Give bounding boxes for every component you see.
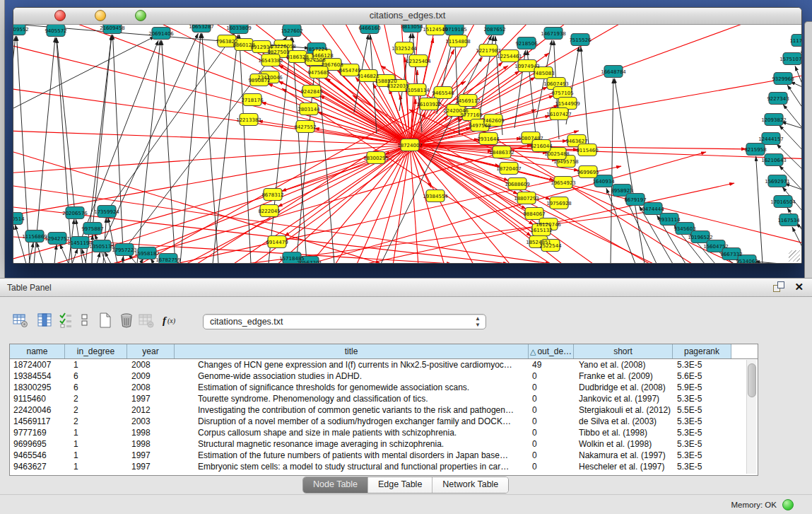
graph-node-label: 9463627 <box>565 139 587 144</box>
table-cell: 0 <box>529 416 574 427</box>
new-column-icon[interactable] <box>98 313 113 328</box>
column-header-outde[interactable]: △out_de… <box>529 344 574 358</box>
table-cell: 1997 <box>127 450 175 461</box>
table-cell: Hescheler et al. (1997) <box>574 461 673 472</box>
graph-node-label: 13505135 <box>89 244 114 250</box>
graph-node-label: 2967608 <box>321 62 343 68</box>
graph-node-label: 1167534 <box>777 218 800 223</box>
row-height-icon[interactable] <box>81 313 89 328</box>
table-panel-title: Table Panel <box>7 283 52 293</box>
table-tabbar: Node TableEdge TableNetwork Table <box>302 477 509 493</box>
table-cell: Nakamura et al. (1997) <box>574 450 673 461</box>
table-cell: Franke et al. (2009) <box>574 370 673 382</box>
table-row[interactable]: 1456911722003Disruption of a novel membe… <box>10 416 758 427</box>
graph-node-label: 9242845 <box>300 89 322 95</box>
graph-node-label: 15751074 <box>779 57 801 62</box>
column-header-name[interactable]: name <box>10 344 65 358</box>
background-panel-edge-left <box>0 0 5 278</box>
column-header-pagerank[interactable]: pagerank <box>673 344 731 358</box>
show-columns-icon[interactable] <box>37 313 52 328</box>
graph-node-label: 10607493 <box>543 81 569 87</box>
table-row[interactable]: 969969511998Structural magnetic resonanc… <box>10 438 758 450</box>
graph-node-label: 12213383 <box>236 117 261 123</box>
column-header-title[interactable]: title <box>175 344 529 358</box>
graph-node-label: 8350514 <box>13 216 25 222</box>
tab-network-table[interactable]: Network Table <box>433 477 508 493</box>
table-cell: 0 <box>529 393 574 404</box>
graph-node-label: 8757105 <box>551 90 573 96</box>
graph-node-label: 9534062 <box>736 259 758 263</box>
column-header-short[interactable]: short <box>574 344 673 358</box>
table-cell: 0 <box>529 450 574 461</box>
scrollbar-thumb[interactable] <box>748 363 756 397</box>
table-cell: 2 <box>65 416 127 427</box>
table-row[interactable]: 977716911998Corpus callosum shape and si… <box>10 427 758 438</box>
graph-node-label: 20691406 <box>148 31 174 37</box>
float-panel-icon[interactable] <box>773 281 784 293</box>
table-cell: 1997 <box>127 393 175 404</box>
graph-node-label: 12093822 <box>761 117 787 123</box>
graph-node-label: 8678312 <box>261 192 283 198</box>
graph-node-label: 9115460 <box>576 148 598 153</box>
graph-node-label: 15958187 <box>134 251 160 257</box>
application-root: citations_edges.txt 18724007206095529405… <box>0 0 812 514</box>
graph-node-label: 19756928 <box>546 201 572 206</box>
graph-node-label: 9474444 <box>642 206 664 212</box>
table-cell: 5.3E-5 <box>673 416 731 427</box>
table-cell: 49 <box>529 359 574 370</box>
graph-node-label: 16782759 <box>155 257 181 263</box>
table-cell: 5.3E-5 <box>673 359 731 370</box>
table-selector-value: citations_edges.txt <box>210 317 283 327</box>
window-resize-grip[interactable] <box>789 250 800 262</box>
column-header-indegree[interactable]: in_degree <box>65 344 127 358</box>
graph-node-label: 19495758 <box>553 159 579 165</box>
graph-node-label: 16648784 <box>601 69 626 75</box>
graph-node-label: 7485083 <box>532 71 554 76</box>
table-row[interactable]: 1872400712008Changes of HCN gene express… <box>10 359 758 370</box>
table-mode-icon[interactable] <box>13 313 28 328</box>
table-cell: 5.3E-5 <box>673 450 731 461</box>
graph-node-label: 9227343 <box>767 96 789 102</box>
window-titlebar[interactable]: citations_edges.txt <box>13 8 801 25</box>
table-row[interactable]: 1938455462009Genome-wide association stu… <box>10 370 758 382</box>
table-cell: 14569117 <box>10 416 65 427</box>
graph-node-label: 16103922 <box>416 102 442 107</box>
table-row[interactable]: 2242004622012Investigating the contribut… <box>10 404 758 416</box>
graph-node-label: 10025488 <box>544 151 570 157</box>
graph-node-label: 2931644 <box>477 136 500 142</box>
table-header-row: namein_degreeyeartitle△out_de…shortpager… <box>10 344 758 359</box>
delete-column-icon[interactable] <box>119 313 134 328</box>
table-cell: 1998 <box>127 427 175 438</box>
table-cell: 18724007 <box>10 359 65 370</box>
function-builder-icon[interactable]: f (x) <box>161 313 180 328</box>
table-row[interactable]: 946362711997Embryonic stem cells: a mode… <box>10 461 758 472</box>
network-canvas[interactable]: 1872400720609552940557221609458206914061… <box>13 25 801 263</box>
graph-node-label: 15604752 <box>703 244 729 250</box>
table-cell: 1 <box>65 461 127 472</box>
table-cell: 5.5E-5 <box>673 404 731 416</box>
tab-node-table[interactable]: Node Table <box>303 477 368 493</box>
table-row[interactable]: 911546021997Tourette syndrome. Phenomeno… <box>10 393 758 404</box>
graph-node-label: 16033809 <box>226 25 252 31</box>
table-cell: 1 <box>65 359 127 370</box>
column-header-year[interactable]: year <box>127 344 175 358</box>
table-vertical-scrollbar[interactable] <box>746 360 756 474</box>
graph-node-label: 16210643 <box>761 158 787 163</box>
table-cell: 6 <box>65 370 127 382</box>
delete-table-icon[interactable] <box>139 313 154 328</box>
graph-node-label: 2933114 <box>658 217 681 223</box>
table-row[interactable]: 1830029562008Estimation of significance … <box>10 382 758 393</box>
graph-node-label: 16107427 <box>546 112 572 117</box>
table-cell: 0 <box>529 461 574 472</box>
table-row[interactable]: 946554611997Estimation of the future num… <box>10 450 758 461</box>
graph-node-label: 9699695 <box>577 170 599 175</box>
table-cell: Tourette syndrome. Phenomenology and cla… <box>175 393 529 404</box>
graph-node-label: 9890872 <box>248 78 270 83</box>
table-selector-dropdown[interactable]: citations_edges.txt ▲▼ <box>203 314 486 329</box>
tab-edge-table[interactable]: Edge Table <box>368 477 433 493</box>
close-panel-icon[interactable]: ✕ <box>794 281 804 293</box>
svg-text:f: f <box>163 315 167 326</box>
select-columns-icon[interactable] <box>59 313 72 328</box>
memory-status-indicator[interactable] <box>782 499 794 510</box>
table-cell: Investigating the contribution of common… <box>175 404 529 416</box>
